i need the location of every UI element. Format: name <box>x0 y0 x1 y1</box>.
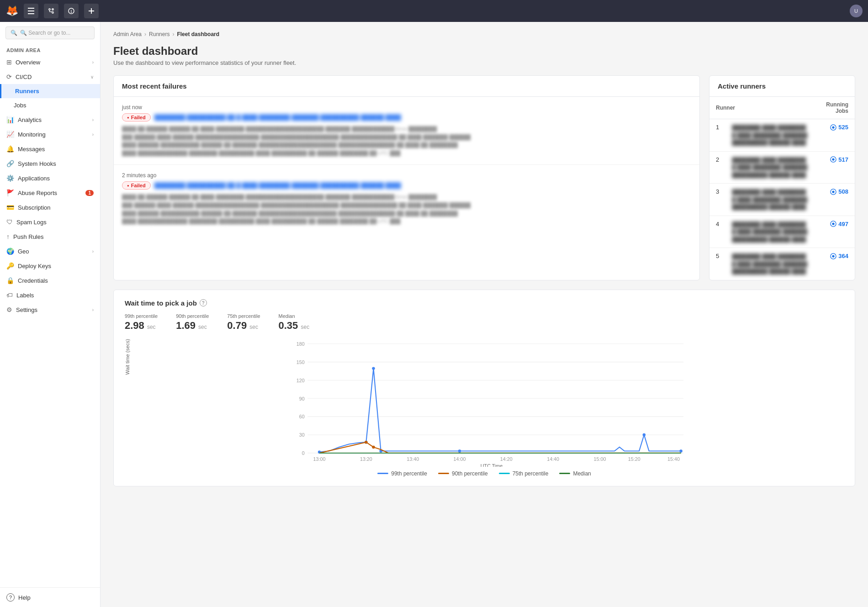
sidebar-item-applications[interactable]: ⚙️ Applications <box>0 171 100 185</box>
failure-time-1: just now <box>122 104 691 111</box>
sidebar-item-overview[interactable]: ⊞ Overview › <box>0 55 100 69</box>
y-axis-label: Wait time (secs) <box>125 339 130 375</box>
chart-legend: 99th percentile 90th percentile 75th per… <box>125 470 844 477</box>
failure-header-2: Failed ████████ ██████████ ██ █ ████ ███… <box>122 181 691 190</box>
sidebar-label-cicd: CI/CD <box>16 74 32 80</box>
breadcrumb-sep-2: › <box>172 31 174 37</box>
search-button[interactable]: 🔍 🔍 Search or go to... <box>5 26 95 39</box>
svg-point-17 <box>832 158 835 160</box>
svg-point-15 <box>832 126 835 128</box>
percentile-item-3: Median 0.35 sec <box>279 313 310 332</box>
svg-text:15:20: 15:20 <box>628 456 640 462</box>
sidebar-item-runners[interactable]: Runners <box>0 84 100 98</box>
percentile-value-1: 1.69 sec <box>176 320 209 332</box>
runner-row-4: 4 ████████ ████ ████████ █ ████ ████████… <box>709 216 855 248</box>
breadcrumb-sep-1: › <box>144 31 146 37</box>
svg-rect-2 <box>28 13 34 14</box>
svg-text:13:20: 13:20 <box>360 456 372 462</box>
failure-link-2[interactable]: ████████ ██████████ ██ █ ████ ████████ █… <box>154 182 401 189</box>
runner-jobs-2[interactable]: 517 <box>816 151 855 184</box>
percentile-unit-0: sec <box>147 324 156 330</box>
runner-jobs-3[interactable]: 508 <box>816 184 855 216</box>
sidebar-label-runners: Runners <box>15 88 39 95</box>
percentile-unit-1: sec <box>198 324 207 330</box>
issues-btn[interactable] <box>64 4 79 18</box>
sidebar-item-abuse-reports[interactable]: 🚩 Abuse Reports 1 <box>0 185 100 200</box>
sidebar-item-cicd[interactable]: ⟳ CI/CD ∨ <box>0 69 100 84</box>
sidebar-item-messages[interactable]: 🔔 Messages <box>0 142 100 156</box>
runner-jobs-1[interactable]: 525 <box>816 119 855 152</box>
failed-badge-2: Failed <box>122 181 151 190</box>
svg-point-52 <box>458 449 461 452</box>
new-item-btn[interactable] <box>84 4 99 18</box>
svg-text:14:20: 14:20 <box>500 456 513 462</box>
sidebar-item-monitoring[interactable]: 📈 Monitoring › <box>0 127 100 142</box>
percentiles-row: 99th percentile 2.98 sec 90th percentile… <box>125 313 844 332</box>
failure-link-1[interactable]: ████████ ██████████ ██ █ ████ ████████ █… <box>154 114 401 121</box>
help-link[interactable]: ? Help <box>6 593 94 602</box>
sidebar-toggle-btn[interactable] <box>24 4 38 18</box>
breadcrumb-admin[interactable]: Admin Area <box>113 31 142 37</box>
breadcrumb-runners[interactable]: Runners <box>149 31 169 37</box>
percentile-value-0: 2.98 sec <box>125 320 158 332</box>
gitlab-logo[interactable]: 🦊 <box>5 5 18 17</box>
sidebar-item-deploy-keys[interactable]: 🔑 Deploy Keys <box>0 259 100 273</box>
applications-icon: ⚙️ <box>6 174 14 182</box>
svg-text:0: 0 <box>302 450 305 456</box>
messages-icon: 🔔 <box>6 145 14 153</box>
failure-item-2: 2 minutes ago Failed ████████ ██████████… <box>114 165 699 232</box>
chart-area: Wait time (secs) 180 150 120 90 60 30 0 <box>125 339 844 467</box>
runner-num-3: 3 <box>709 184 725 216</box>
sidebar-item-jobs[interactable]: Jobs <box>0 98 100 112</box>
legend-line-1 <box>438 473 449 474</box>
page-subtitle: Use the dashboard to view performance st… <box>113 59 855 66</box>
overview-icon: ⊞ <box>6 58 12 66</box>
svg-point-11 <box>71 12 72 12</box>
sidebar-search-area: 🔍 🔍 Search or go to... <box>0 22 100 44</box>
sidebar-label-analytics: Analytics <box>18 116 42 123</box>
sidebar-item-spam-logs[interactable]: 🛡 Spam Logs <box>0 215 100 229</box>
percentile-label-0: 99th percentile <box>125 313 158 319</box>
legend-line-0 <box>377 473 388 474</box>
runner-jobs-5[interactable]: 364 <box>816 248 855 280</box>
sidebar-label-settings: Settings <box>16 306 37 313</box>
svg-text:13:40: 13:40 <box>407 456 419 462</box>
sidebar-item-push-rules[interactable]: ↑ Push Rules <box>0 229 100 244</box>
runner-name-3: ████████ ████ ████████ █ ████ ████████ █… <box>725 184 816 216</box>
percentile-item-2: 75th percentile 0.79 sec <box>227 313 260 332</box>
svg-text:15:00: 15:00 <box>593 456 606 462</box>
percentile-item-0: 99th percentile 2.98 sec <box>125 313 158 332</box>
runner-name-4: ████████ ████ ████████ █ ████ ████████ █… <box>725 216 816 248</box>
sidebar-admin-label: Admin Area <box>0 44 100 55</box>
failure-text-1: ████ ██ ██████ ██████ ██ ████ ████████ █… <box>122 125 691 157</box>
wait-time-help-icon[interactable]: ? <box>200 299 207 306</box>
svg-point-3 <box>49 9 51 11</box>
runner-jobs-icon-2 <box>830 156 836 163</box>
sidebar-item-credentials[interactable]: 🔒 Credentials <box>0 273 100 288</box>
settings-chevron: › <box>92 307 94 312</box>
system-hooks-icon: 🔗 <box>6 160 14 167</box>
legend-item-1: 90th percentile <box>438 470 488 477</box>
svg-text:15:40: 15:40 <box>667 456 680 462</box>
spam-logs-icon: 🛡 <box>6 218 13 226</box>
runner-jobs-icon-4 <box>830 221 836 227</box>
runner-jobs-4[interactable]: 497 <box>816 216 855 248</box>
user-avatar[interactable]: U <box>850 5 863 17</box>
percentile-label-2: 75th percentile <box>227 313 260 319</box>
sidebar-item-system-hooks[interactable]: 🔗 System Hooks <box>0 156 100 171</box>
sidebar-item-analytics[interactable]: 📊 Analytics › <box>0 112 100 127</box>
sidebar-item-labels[interactable]: 🏷 Labels <box>0 288 100 302</box>
help-icon: ? <box>6 593 15 602</box>
svg-point-19 <box>832 190 835 193</box>
sidebar-item-geo[interactable]: 🌍 Geo › <box>0 244 100 259</box>
runner-jobs-icon-5 <box>830 253 836 259</box>
sidebar-item-settings[interactable]: ⚙ Settings › <box>0 302 100 317</box>
search-icon: 🔍 <box>11 30 17 36</box>
sidebar-item-subscription[interactable]: 💳 Subscription <box>0 200 100 215</box>
svg-point-54 <box>679 449 682 452</box>
merge-requests-btn[interactable] <box>44 4 58 18</box>
percentile-unit-3: sec <box>301 324 309 330</box>
svg-text:90: 90 <box>299 396 305 401</box>
sidebar-label-push-rules: Push Rules <box>13 233 43 240</box>
runner-jobs-icon-1 <box>830 124 836 131</box>
